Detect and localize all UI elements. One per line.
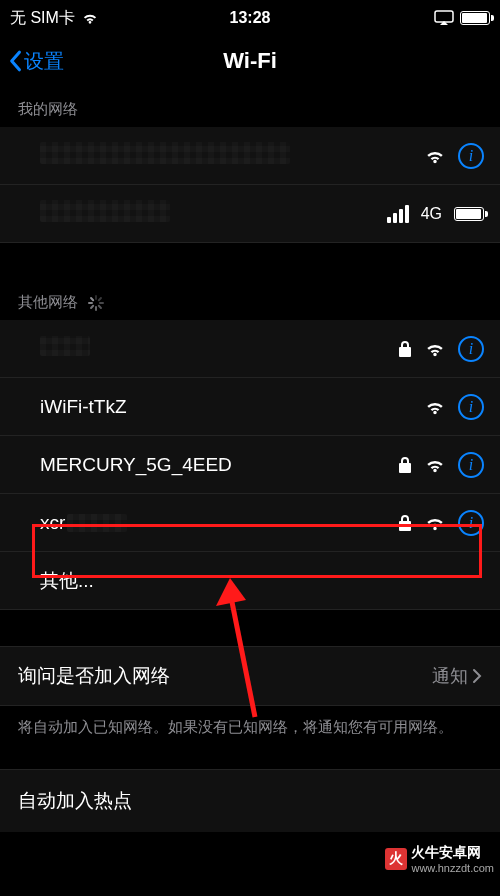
wifi-icon	[424, 340, 446, 358]
carrier-text: 无 SIM卡	[10, 8, 75, 29]
wifi-icon	[424, 514, 446, 532]
wifi-row-other-3[interactable]: MERCURY_5G_4EED i	[0, 436, 500, 494]
ssid-label: MERCURY_5G_4EED	[40, 454, 398, 476]
status-bar: 无 SIM卡 13:28	[0, 0, 500, 36]
watermark-url: www.hnzzdt.com	[411, 862, 494, 874]
wifi-row-other-2[interactable]: iWiFi-tTkZ i	[0, 378, 500, 436]
info-icon[interactable]: i	[458, 394, 484, 420]
wifi-row-other-4[interactable]: xcr i	[0, 494, 500, 552]
wifi-icon	[424, 398, 446, 416]
airplay-icon	[434, 10, 454, 26]
other-label: 其他...	[40, 568, 484, 594]
cellular-signal-icon	[387, 205, 409, 223]
chevron-right-icon	[472, 668, 482, 684]
svg-rect-0	[435, 11, 453, 22]
page-title: Wi-Fi	[0, 48, 500, 74]
auto-join-hotspot-row[interactable]: 自动加入热点	[0, 769, 500, 832]
info-icon[interactable]: i	[458, 510, 484, 536]
clock: 13:28	[170, 9, 330, 27]
ssid-label: xcr	[40, 512, 65, 533]
lock-icon	[398, 340, 412, 358]
section-other-networks: 其他网络	[0, 279, 500, 320]
ask-to-join-row[interactable]: 询问是否加入网络 通知	[0, 646, 500, 706]
chevron-left-icon	[8, 50, 22, 72]
lock-icon	[398, 514, 412, 532]
cellular-label: 4G	[421, 205, 442, 223]
redacted-ssid	[40, 200, 170, 222]
redacted-ssid	[40, 142, 290, 164]
lock-icon	[398, 456, 412, 474]
redacted-ssid-part	[67, 514, 127, 532]
ask-to-join-value: 通知	[432, 664, 468, 688]
spinner-icon	[88, 295, 104, 311]
wifi-row-known-1[interactable]: i	[0, 127, 500, 185]
info-icon[interactable]: i	[458, 143, 484, 169]
back-label: 设置	[24, 48, 64, 75]
ask-to-join-note: 将自动加入已知网络。如果没有已知网络，将通知您有可用网络。	[0, 706, 500, 749]
back-button[interactable]: 设置	[8, 48, 64, 75]
wifi-row-known-2[interactable]: 4G	[0, 185, 500, 243]
wifi-row-other-manual[interactable]: 其他...	[0, 552, 500, 610]
redacted-ssid	[40, 336, 90, 356]
watermark-logo-icon: 火	[385, 848, 407, 870]
wifi-icon	[424, 147, 446, 165]
wifi-icon	[81, 11, 99, 25]
watermark: 火 火牛安卓网 www.hnzzdt.com	[385, 844, 494, 874]
ssid-label: iWiFi-tTkZ	[40, 396, 424, 418]
nav-bar: 设置 Wi-Fi	[0, 36, 500, 86]
section-my-networks: 我的网络	[0, 86, 500, 127]
wifi-row-other-1[interactable]: i	[0, 320, 500, 378]
info-icon[interactable]: i	[458, 336, 484, 362]
info-icon[interactable]: i	[458, 452, 484, 478]
auto-join-label: 自动加入热点	[18, 790, 132, 811]
watermark-brand: 火牛安卓网	[411, 844, 481, 860]
battery-icon	[460, 11, 490, 25]
ask-to-join-label: 询问是否加入网络	[18, 663, 432, 689]
wifi-icon	[424, 456, 446, 474]
battery-icon	[454, 207, 484, 221]
